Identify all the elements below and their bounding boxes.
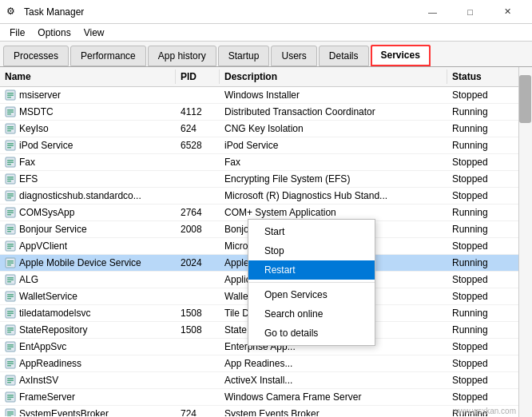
- header-description[interactable]: Description: [220, 70, 447, 84]
- cell-pid: 1508: [176, 322, 220, 338]
- cell-pid: [176, 389, 220, 405]
- context-menu-item-restart[interactable]: Restart: [248, 260, 375, 280]
- svg-rect-58: [7, 330, 14, 332]
- service-icon: [5, 173, 16, 185]
- table-row[interactable]: AxInstSV ActiveX Install... Stopped AxIn…: [0, 372, 532, 389]
- cell-pid: 1508: [176, 305, 220, 321]
- svg-rect-25: [7, 193, 14, 195]
- cell-status: Running: [447, 121, 519, 137]
- svg-rect-34: [7, 229, 14, 231]
- svg-rect-62: [7, 347, 14, 348]
- svg-rect-55: [7, 315, 11, 316]
- svg-rect-27: [7, 197, 11, 199]
- context-menu-item-start[interactable]: Start: [248, 222, 375, 241]
- cell-description: Windows Installer: [220, 87, 447, 103]
- cell-status: Stopped: [447, 288, 519, 304]
- cell-name: Apple Mobile Device Service: [0, 255, 176, 271]
- svg-rect-1: [7, 93, 14, 94]
- cell-status: Stopped: [447, 154, 519, 170]
- svg-rect-23: [7, 181, 11, 182]
- table-row[interactable]: MSDTC 4112 Distributed Transaction Coord…: [0, 104, 532, 121]
- tab-performance[interactable]: Performance: [70, 46, 146, 66]
- scrollbar[interactable]: [518, 67, 532, 417]
- cell-pid: 624: [176, 121, 220, 137]
- service-icon: [5, 106, 16, 117]
- service-icon: [5, 207, 16, 218]
- tab-startup[interactable]: Startup: [218, 46, 270, 66]
- table-row[interactable]: diagnosticshub.standardco... Microsoft (…: [0, 188, 532, 205]
- menu-options[interactable]: Options: [31, 26, 77, 40]
- tab-users[interactable]: Users: [271, 46, 316, 66]
- menu-view[interactable]: View: [77, 26, 111, 40]
- context-menu-item-open-services[interactable]: Open Services: [248, 285, 375, 304]
- cell-name: AxInstSV: [0, 372, 176, 388]
- table-row[interactable]: iPod Service 6528 iPod Service Running: [0, 137, 532, 154]
- svg-rect-67: [7, 365, 11, 367]
- service-icon: [5, 391, 16, 403]
- tab-processes[interactable]: Processes: [3, 46, 69, 66]
- svg-rect-39: [7, 248, 11, 249]
- context-menu: StartStopRestartOpen ServicesSearch onli…: [248, 219, 375, 346]
- cell-pid: 2024: [176, 255, 220, 271]
- table-row[interactable]: FrameServer Windows Camera Frame Server …: [0, 389, 532, 406]
- cell-description: Windows Camera Frame Server: [220, 389, 447, 405]
- service-icon: [5, 341, 16, 352]
- svg-rect-77: [7, 411, 14, 413]
- svg-rect-42: [7, 263, 14, 264]
- cell-status: Stopped: [447, 272, 519, 288]
- menu-file[interactable]: File: [3, 26, 31, 40]
- header-status[interactable]: Status: [447, 70, 519, 84]
- cell-name: EntAppSvc: [0, 339, 176, 355]
- cell-status: Stopped: [447, 188, 519, 204]
- cell-description: System Events Broker: [220, 406, 447, 416]
- tab-services[interactable]: Services: [371, 45, 431, 66]
- svg-rect-74: [7, 397, 14, 399]
- cell-status: Running: [447, 221, 519, 237]
- scrollbar-thumb[interactable]: [519, 75, 531, 123]
- svg-rect-30: [7, 212, 14, 214]
- table-row[interactable]: AppReadiness App Readines... Stopped App…: [0, 355, 532, 372]
- maximize-button[interactable]: □: [452, 3, 488, 21]
- close-button[interactable]: ✕: [490, 3, 526, 21]
- cell-name: iPod Service: [0, 137, 176, 153]
- cell-status: Running: [447, 104, 519, 120]
- table-row[interactable]: EFS Encrypting File System (EFS) Stopped: [0, 171, 532, 188]
- tab-apphistory[interactable]: App history: [148, 46, 216, 66]
- cell-pid: [176, 238, 220, 254]
- cell-name: KeyIso: [0, 121, 176, 137]
- header-name[interactable]: Name: [0, 70, 176, 84]
- svg-rect-54: [7, 313, 14, 315]
- svg-rect-70: [7, 380, 14, 382]
- svg-rect-33: [7, 227, 14, 228]
- table-header: Name PID Description Status Group: [0, 67, 532, 87]
- cell-description: CNG Key Isolation: [220, 121, 447, 137]
- service-icon: [5, 140, 16, 151]
- svg-rect-47: [7, 281, 11, 283]
- cell-status: Stopped: [447, 171, 519, 187]
- header-pid[interactable]: PID: [176, 70, 220, 84]
- service-icon: [5, 375, 16, 386]
- table-row[interactable]: KeyIso 624 CNG Key Isolation Running: [0, 121, 532, 137]
- cell-name: Bonjour Service: [0, 221, 176, 237]
- service-icon: [5, 291, 16, 302]
- cell-name: FrameServer: [0, 389, 176, 405]
- svg-rect-38: [7, 246, 14, 248]
- tab-details[interactable]: Details: [319, 46, 369, 66]
- cell-description: COM+ System Application: [220, 205, 447, 220]
- context-menu-item-stop[interactable]: Stop: [248, 241, 375, 260]
- cell-name: EFS: [0, 171, 176, 187]
- svg-rect-5: [7, 109, 14, 111]
- svg-rect-15: [7, 147, 11, 149]
- content-area: Name PID Description Status Group msiser…: [0, 67, 532, 417]
- window-title: Task Manager: [24, 6, 84, 18]
- table-row[interactable]: msiserver Windows Installer Stopped: [0, 87, 532, 104]
- context-menu-item-go-to-details[interactable]: Go to details: [248, 324, 375, 343]
- table-row[interactable]: Fax Fax Stopped: [0, 154, 532, 171]
- svg-rect-17: [7, 160, 14, 161]
- svg-rect-73: [7, 395, 14, 396]
- context-menu-item-search-online[interactable]: Search online: [248, 304, 375, 324]
- svg-rect-78: [7, 414, 14, 415]
- cell-name: diagnosticshub.standardco...: [0, 188, 176, 204]
- svg-rect-9: [7, 126, 14, 128]
- minimize-button[interactable]: —: [415, 3, 451, 21]
